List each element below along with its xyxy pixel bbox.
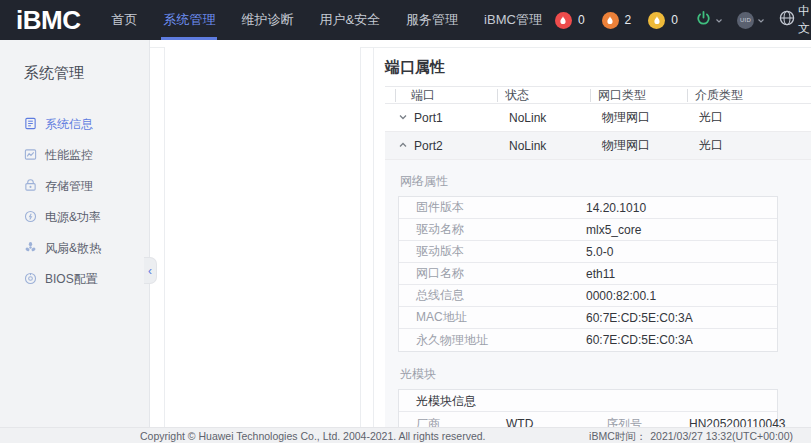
port-table: 端口 状态 网口类型 介质类型 Port1 NoLink 物理网口 光口 — [385, 86, 811, 160]
major-alarm-badge[interactable]: 2 — [602, 12, 632, 29]
ibmc-logo[interactable]: iBMC — [16, 5, 80, 36]
top-navbar: iBMC 首页 系统管理 维护诊断 用户&安全 服务管理 iBMC管理 0 2 … — [0, 0, 811, 40]
sidebar-item-label: 系统信息 — [45, 116, 93, 133]
column-header-net-type: 网口类型 — [583, 87, 680, 104]
bios-gear-icon — [24, 272, 37, 288]
optical-table-header: 光模块信息 — [399, 390, 777, 412]
table-row: MAC地址 60:7E:CD:5E:C0:3A — [399, 307, 777, 329]
nav-item-system-management[interactable]: 系统管理 — [150, 0, 228, 40]
optical-module-table: 光模块信息 厂商 WTD 序列号 HN205200110043 — [398, 389, 778, 427]
ibmc-time-label: iBMC时间： — [589, 430, 646, 443]
chevron-down-icon[interactable] — [398, 111, 408, 125]
serial-label: 序列号 — [589, 416, 689, 428]
network-section-title: 网络属性 — [400, 173, 811, 190]
port-media-type: 光口 — [680, 109, 811, 126]
ibmc-time: iBMC时间： 2021/03/27 13:32(UTC+00:00) — [589, 430, 793, 443]
column-header-status: 状态 — [490, 87, 583, 104]
sidebar-item-performance-monitor[interactable]: 性能监控 — [0, 140, 149, 171]
system-info-icon — [24, 117, 37, 133]
nav-item-user-security[interactable]: 用户&安全 — [306, 0, 393, 40]
critical-alarm-badge[interactable]: 0 — [555, 12, 585, 29]
table-row: 厂商 WTD 序列号 HN205200110043 — [399, 412, 777, 427]
port-net-type: 物理网口 — [583, 109, 680, 126]
table-row-port1[interactable]: Port1 NoLink 物理网口 光口 — [385, 104, 811, 132]
property-value: 5.0-0 — [586, 245, 613, 259]
globe-icon — [779, 10, 795, 30]
table-row: 固件版本 14.20.1010 — [399, 197, 777, 219]
port-status: NoLink — [490, 139, 583, 153]
property-label: 驱动名称 — [399, 221, 586, 238]
table-row-port2[interactable]: Port2 NoLink 物理网口 光口 — [385, 132, 811, 160]
ibmc-time-value: 2021/03/27 13:32(UTC+00:00) — [650, 430, 793, 443]
nav-item-service-management[interactable]: 服务管理 — [393, 0, 471, 40]
language-selector[interactable]: 中文 — [779, 3, 811, 37]
property-value: 14.20.1010 — [586, 201, 646, 215]
major-alarm-count: 2 — [625, 13, 632, 27]
optical-section-title: 光模块 — [400, 366, 811, 383]
sidebar-title: 系统管理 — [24, 64, 149, 83]
copyright-text: Copyright © Huawei Technologies Co., Ltd… — [140, 430, 486, 442]
power-icon — [695, 10, 712, 31]
uid-indicator-menu[interactable]: UID — [737, 11, 765, 29]
sidebar: 系统管理 系统信息 性能监控 存储管理 — [0, 40, 150, 427]
sidebar-item-power[interactable]: 电源&功率 — [0, 202, 149, 233]
property-value: 0000:82:00.1 — [586, 289, 656, 303]
storage-icon — [24, 179, 37, 195]
property-label: MAC地址 — [399, 309, 586, 326]
navbar-right: 0 2 0 UID — [555, 3, 811, 37]
minor-alarm-flame-icon — [648, 12, 665, 29]
property-value: mlx5_core — [586, 223, 641, 237]
column-header-media-type: 介质类型 — [680, 87, 811, 104]
fan-icon — [24, 241, 37, 257]
power-watt-icon — [24, 210, 37, 226]
sidebar-item-fans-cooling[interactable]: 风扇&散热 — [0, 233, 149, 264]
port-media-type: 光口 — [680, 137, 811, 154]
sidebar-item-system-info[interactable]: 系统信息 — [0, 109, 149, 140]
serial-value: HN205200110043 — [689, 417, 786, 427]
page-title: 端口属性 — [385, 58, 811, 77]
property-label: 驱动版本 — [399, 243, 586, 260]
table-row: 网口名称 eth11 — [399, 263, 777, 285]
chevron-down-icon — [757, 11, 765, 29]
device-list-panel — [164, 47, 361, 427]
port-net-type: 物理网口 — [583, 137, 680, 154]
port-name: Port2 — [414, 139, 443, 153]
page-body: 系统管理 系统信息 性能监控 存储管理 — [0, 40, 811, 427]
property-label: 固件版本 — [399, 199, 586, 216]
performance-chart-icon — [24, 148, 37, 164]
sidebar-collapse-handle[interactable]: ‹ — [144, 257, 157, 284]
chevron-up-icon[interactable] — [398, 139, 408, 153]
network-properties-table: 固件版本 14.20.1010 驱动名称 mlx5_core 驱动版本 5.0-… — [398, 196, 778, 352]
property-value: 60:7E:CD:5E:C0:3A — [586, 333, 693, 347]
nav-item-ibmc-management[interactable]: iBMC管理 — [471, 0, 555, 40]
port-table-header: 端口 状态 网口类型 介质类型 — [385, 86, 811, 104]
port2-expanded-detail: 网络属性 固件版本 14.20.1010 驱动名称 mlx5_core 驱动版本… — [385, 160, 811, 427]
major-alarm-flame-icon — [602, 12, 619, 29]
language-label: 中文 — [798, 3, 810, 37]
main-area: 端口属性 端口 状态 网口类型 介质类型 Port1 NoLin — [150, 40, 811, 427]
table-row: 驱动名称 mlx5_core — [399, 219, 777, 241]
port-status: NoLink — [490, 111, 583, 125]
power-control-menu[interactable] — [695, 10, 723, 31]
chevron-left-icon: ‹ — [148, 264, 152, 278]
sidebar-item-label: BIOS配置 — [45, 271, 98, 288]
nav-item-maintenance-diagnosis[interactable]: 维护诊断 — [228, 0, 306, 40]
property-label: 总线信息 — [399, 287, 586, 304]
minor-alarm-badge[interactable]: 0 — [648, 12, 678, 29]
vendor-label: 厂商 — [399, 416, 489, 428]
sidebar-item-label: 性能监控 — [45, 147, 93, 164]
critical-alarm-count: 0 — [578, 13, 585, 27]
uid-icon: UID — [737, 12, 754, 29]
property-label: 永久物理地址 — [399, 332, 586, 349]
sidebar-item-label: 电源&功率 — [45, 209, 101, 226]
property-value: eth11 — [586, 267, 615, 281]
table-row: 总线信息 0000:82:00.1 — [399, 285, 777, 307]
property-label: 网口名称 — [399, 265, 586, 282]
nav-item-home[interactable]: 首页 — [98, 0, 150, 40]
minor-alarm-count: 0 — [671, 13, 678, 27]
property-value: 60:7E:CD:5E:C0:3A — [586, 311, 693, 325]
sidebar-item-bios-config[interactable]: BIOS配置 — [0, 264, 149, 295]
critical-alarm-flame-icon — [555, 12, 572, 29]
vendor-value: WTD — [489, 417, 589, 427]
sidebar-item-storage-management[interactable]: 存储管理 — [0, 171, 149, 202]
